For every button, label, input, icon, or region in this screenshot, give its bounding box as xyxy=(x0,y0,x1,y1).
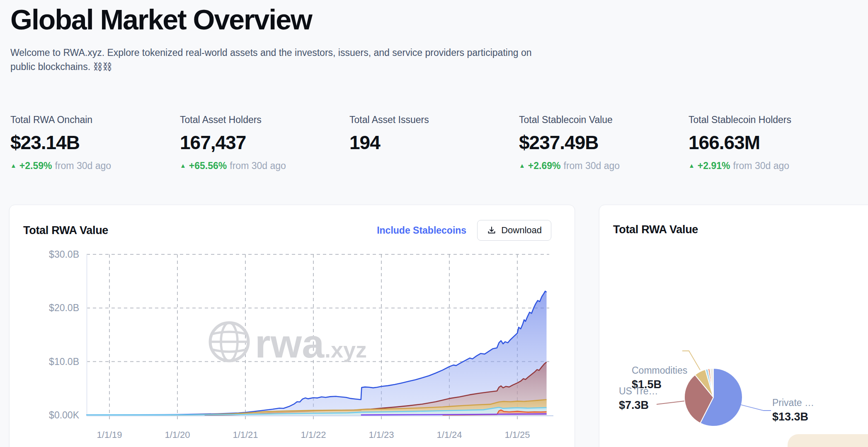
x-tick-label: 1/1/21 xyxy=(233,430,258,440)
x-tick-label: 1/1/25 xyxy=(504,430,530,440)
delta-pct: +2.59% xyxy=(19,160,52,171)
stat-total-stablecoin-value: Total Stablecoin Value $237.49B ▲+2.69%f… xyxy=(519,114,689,172)
pie-slice-value: $13.3B xyxy=(772,411,814,423)
stat-delta: ▲+2.69%from 30d ago xyxy=(519,160,689,172)
stats-row: Total RWA Onchain $23.14B ▲+2.59%from 30… xyxy=(10,114,858,172)
pie-slice-name: Private … xyxy=(772,397,814,408)
y-tick-label: $30.0B xyxy=(49,249,79,260)
pie-leader-line xyxy=(741,405,771,411)
rwa-value-area-chart[interactable]: rwa.xyz$30.0B$20.0B$10.0B$0.00K1/1/191/1… xyxy=(10,205,575,447)
stat-label: Total Asset Holders xyxy=(180,114,349,126)
stat-label: Total Stablecoin Holders xyxy=(689,114,858,126)
overlay-bubble xyxy=(788,434,868,447)
stat-total-asset-holders: Total Asset Holders 167,437 ▲+65.56%from… xyxy=(180,114,349,172)
up-triangle-icon: ▲ xyxy=(10,162,17,169)
up-triangle-icon: ▲ xyxy=(519,162,525,169)
total-rwa-value-area-card: Total RWA Value Include Stablecoins Down… xyxy=(9,205,575,447)
pie-slice-value: $7.3B xyxy=(619,399,658,412)
pie-leader-line xyxy=(657,401,684,404)
svg-text:.xyz: .xyz xyxy=(325,337,367,362)
stat-value: 166.63M xyxy=(689,131,858,154)
y-tick-label: $10.0B xyxy=(49,356,79,367)
y-tick-label: $0.00K xyxy=(49,410,80,420)
stat-label: Total Asset Issuers xyxy=(349,114,519,126)
stat-delta xyxy=(349,160,519,172)
stat-value: 167,437 xyxy=(180,131,349,154)
stat-delta: ▲+65.56%from 30d ago xyxy=(180,160,349,172)
x-tick-label: 1/1/20 xyxy=(165,430,190,440)
up-triangle-icon: ▲ xyxy=(180,162,186,169)
page-title: Global Market Overview xyxy=(10,3,312,36)
delta-suffix: from 30d ago xyxy=(55,160,112,171)
subtitle-line-2: public blockchains. ⛓⛓ xyxy=(10,61,112,72)
delta-suffix: from 30d ago xyxy=(564,160,620,171)
stat-value: $23.14B xyxy=(10,131,180,154)
stat-label: Total Stablecoin Value xyxy=(519,114,689,126)
stat-total-rwa-onchain: Total RWA Onchain $23.14B ▲+2.59%from 30… xyxy=(10,114,180,172)
stat-total-asset-issuers: Total Asset Issuers 194 xyxy=(349,114,519,172)
delta-suffix: from 30d ago xyxy=(733,160,790,171)
stat-label: Total RWA Onchain xyxy=(10,114,180,126)
pie-label-us-treasuries: US Tre… $7.3B xyxy=(619,386,658,412)
subtitle-line-1: Welcome to RWA.xyz. Explore tokenized re… xyxy=(10,47,531,58)
stat-delta: ▲+2.59%from 30d ago xyxy=(10,160,180,172)
y-tick-label: $20.0B xyxy=(49,302,79,313)
stat-delta: ▲+2.91%from 30d ago xyxy=(689,160,858,172)
svg-text:rwa: rwa xyxy=(255,321,325,366)
rwa-watermark: rwa.xyz xyxy=(210,321,367,366)
stat-value: $237.49B xyxy=(519,131,689,154)
pie-label-private-credit: Private … $13.3B xyxy=(772,397,814,423)
total-rwa-value-pie-card: Total RWA Value Commodities $1.5B US Tre… xyxy=(599,205,868,447)
up-triangle-icon: ▲ xyxy=(689,162,695,169)
pie-slice-name: Commodities xyxy=(632,365,687,376)
x-tick-label: 1/1/24 xyxy=(436,430,462,440)
delta-pct: +2.69% xyxy=(528,160,561,171)
pie-slice-name: US Tre… xyxy=(619,386,658,397)
delta-suffix: from 30d ago xyxy=(230,160,286,171)
page-subtitle: Welcome to RWA.xyz. Explore tokenized re… xyxy=(10,46,531,74)
stat-value: 194 xyxy=(349,131,519,154)
x-tick-label: 1/1/22 xyxy=(301,430,326,440)
stat-total-stablecoin-holders: Total Stablecoin Holders 166.63M ▲+2.91%… xyxy=(689,114,858,172)
x-tick-label: 1/1/19 xyxy=(97,430,122,440)
delta-pct: +65.56% xyxy=(189,160,227,171)
x-tick-label: 1/1/23 xyxy=(369,430,394,440)
delta-pct: +2.91% xyxy=(698,160,730,171)
